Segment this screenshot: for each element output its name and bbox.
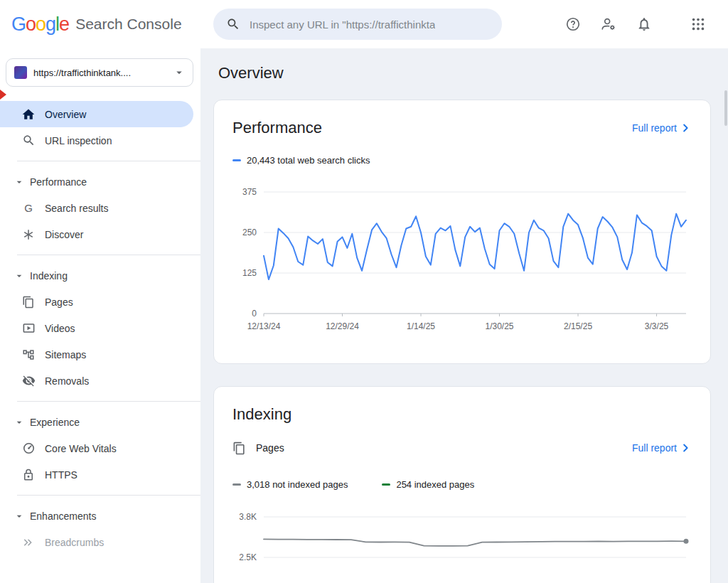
- sidebar-item-overview[interactable]: Overview: [0, 101, 193, 127]
- sidebar-divider: [17, 401, 200, 402]
- svg-text:250: 250: [242, 228, 257, 237]
- full-report-label: Full report: [632, 122, 677, 134]
- sidebar-item-label: Overview: [45, 109, 86, 120]
- performance-legend: 20,443 total web search clicks: [232, 154, 692, 166]
- red-marker: [0, 90, 6, 100]
- caret-down-icon: [14, 417, 25, 428]
- performance-card: Performance Full report 20,443 total web…: [213, 100, 711, 364]
- breadcrumbs-icon: [22, 536, 35, 549]
- help-button[interactable]: [559, 10, 587, 38]
- property-label: https://trafficthinktank....: [33, 68, 166, 78]
- caret-down-icon: [14, 270, 25, 282]
- chevron-right-icon: [679, 122, 692, 134]
- full-report-label: Full report: [632, 442, 677, 454]
- sidebar: https://trafficthinktank.... Overview UR…: [0, 48, 200, 583]
- sidebar-item-label: Core Web Vitals: [45, 443, 117, 454]
- svg-text:3.8K: 3.8K: [239, 512, 257, 522]
- indexing-line-chart[interactable]: 3.8K2.5K: [232, 510, 692, 583]
- url-inspect-searchbox[interactable]: Inspect any URL in "https://trafficthink…: [213, 9, 502, 40]
- sidebar-item-label: Search results: [45, 203, 108, 214]
- svg-text:2/15/25: 2/15/25: [564, 321, 592, 331]
- sidebar-item-core-web-vitals[interactable]: Core Web Vitals: [0, 435, 193, 461]
- sidebar-item-sitemaps[interactable]: Sitemaps: [0, 341, 193, 368]
- sidebar-item-pages[interactable]: Pages: [0, 289, 193, 315]
- svg-text:1/14/25: 1/14/25: [407, 321, 435, 331]
- sidebar-item-https[interactable]: HTTPS: [0, 461, 193, 488]
- page-title: Overview: [218, 64, 728, 82]
- performance-line-chart[interactable]: 375250125012/13/2412/29/241/14/251/30/25…: [232, 185, 692, 338]
- sidebar-item-breadcrumbs[interactable]: Breadcrumbs: [0, 529, 193, 555]
- legend-dash-indexed: [382, 483, 390, 486]
- not-indexed-legend-label: 3,018 not indexed pages: [247, 479, 348, 490]
- eye-off-icon: [22, 374, 36, 387]
- svg-text:375: 375: [242, 187, 257, 197]
- scrollbar-thumb[interactable]: [724, 90, 727, 126]
- sidebar-divider: [17, 161, 200, 161]
- sidebar-item-label: Breadcrumbs: [45, 537, 104, 548]
- property-selector[interactable]: https://trafficthinktank....: [6, 58, 193, 87]
- sidebar-section-experience[interactable]: Experience: [0, 409, 200, 435]
- apps-grid-icon: [690, 16, 706, 32]
- sidebar-item-search-results[interactable]: G Search results: [0, 195, 193, 221]
- sidebar-section-label: Indexing: [30, 270, 68, 282]
- search-placeholder: Inspect any URL in "https://trafficthink…: [250, 18, 435, 31]
- google-wordmark: Google: [11, 14, 69, 36]
- sidebar-section-label: Performance: [30, 176, 87, 188]
- svg-text:125: 125: [242, 268, 257, 278]
- google-g-icon: G: [21, 201, 36, 215]
- caret-down-icon: [14, 176, 25, 188]
- sidebar-section-label: Experience: [30, 417, 80, 428]
- main-content: Overview Performance Full report 20,443 …: [200, 48, 728, 583]
- property-favicon: [14, 66, 27, 79]
- sidebar-nav: Overview URL inspection Performance G Se…: [0, 101, 200, 555]
- pages-label: Pages: [256, 442, 284, 454]
- svg-text:12/29/24: 12/29/24: [326, 321, 359, 331]
- indexing-legend: 3,018 not indexed pages 254 indexed page…: [232, 478, 692, 491]
- manage-users-button[interactable]: [594, 10, 623, 38]
- sidebar-item-label: Removals: [45, 375, 89, 387]
- indexed-legend-label: 254 indexed pages: [396, 479, 474, 490]
- sidebar-section-label: Enhancements: [30, 510, 96, 522]
- pages-icon: [22, 296, 35, 309]
- sidebar-item-label: Sitemaps: [45, 349, 86, 360]
- sidebar-item-label: Discover: [45, 229, 83, 240]
- magnifier-icon: [22, 134, 36, 147]
- lock-icon: [22, 469, 35, 481]
- performance-full-report-link[interactable]: Full report: [632, 122, 692, 134]
- indexing-card: Indexing Pages Full report 3,018 not ind…: [213, 386, 711, 583]
- home-icon: [21, 107, 36, 122]
- indexing-full-report-link[interactable]: Full report: [632, 442, 692, 454]
- sidebar-item-label: URL inspection: [45, 135, 112, 146]
- manage-users-icon: [601, 16, 616, 32]
- sidebar-item-url-inspection[interactable]: URL inspection: [0, 127, 193, 154]
- sidebar-item-label: HTTPS: [45, 469, 77, 481]
- chevron-down-icon: [173, 66, 186, 79]
- sidebar-section-enhancements[interactable]: Enhancements: [0, 503, 200, 529]
- app-header: Google Search Console Inspect any URL in…: [0, 0, 728, 48]
- google-logo[interactable]: Google Search Console: [0, 14, 182, 36]
- caret-down-icon: [14, 510, 25, 522]
- sidebar-item-label: Videos: [45, 323, 75, 334]
- sidebar-section-indexing[interactable]: Indexing: [0, 262, 200, 289]
- sidebar-divider: [17, 255, 200, 255]
- google-apps-button[interactable]: [684, 10, 712, 38]
- sidebar-section-performance[interactable]: Performance: [0, 169, 200, 195]
- sidebar-item-label: Pages: [45, 296, 73, 308]
- search-icon: [226, 17, 240, 31]
- notifications-button[interactable]: [630, 10, 658, 38]
- sidebar-item-removals[interactable]: Removals: [0, 368, 193, 394]
- legend-dash-clicks: [232, 159, 241, 161]
- discover-asterisk-icon: [22, 228, 35, 241]
- sidebar-item-videos[interactable]: Videos: [0, 315, 193, 341]
- chevron-right-icon: [679, 442, 692, 454]
- help-icon: [565, 16, 581, 32]
- gauge-icon: [22, 442, 36, 455]
- performance-card-title: Performance: [232, 119, 322, 137]
- sitemap-tree-icon: [22, 348, 35, 361]
- sidebar-item-discover[interactable]: Discover: [0, 221, 193, 247]
- bell-icon: [636, 16, 652, 32]
- performance-legend-label: 20,443 total web search clicks: [247, 155, 370, 166]
- svg-text:12/13/24: 12/13/24: [247, 321, 281, 331]
- legend-dash-not-indexed: [232, 483, 241, 486]
- svg-text:0: 0: [252, 309, 257, 319]
